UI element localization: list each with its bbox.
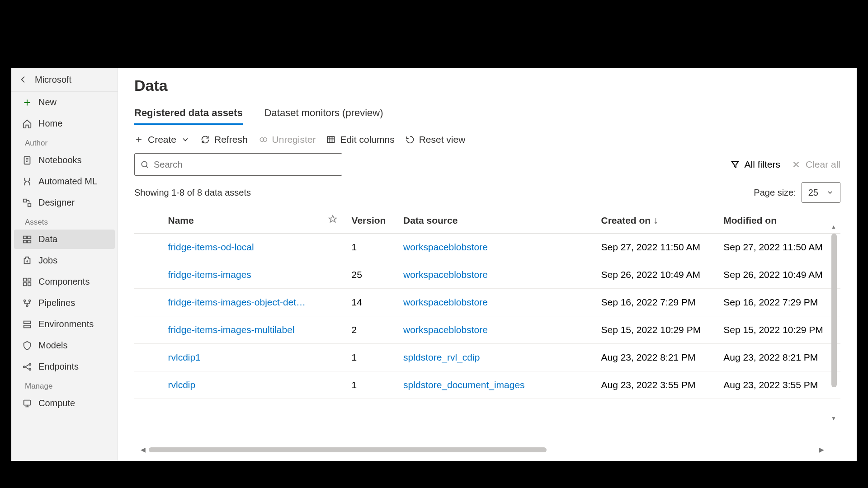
edit-columns-button[interactable]: Edit columns (326, 134, 394, 145)
sidebar-item-home[interactable]: Home (14, 114, 115, 133)
data-source-link[interactable]: spldstore_document_images (403, 380, 525, 390)
scroll-left-icon[interactable]: ◀ (141, 446, 146, 453)
row-checkbox[interactable] (134, 234, 162, 261)
button-label: Refresh (214, 134, 248, 145)
column-header-modified-on[interactable]: Modified on (718, 207, 840, 234)
sidebar-item-automated-ml[interactable]: Automated ML (14, 172, 115, 191)
row-modified-on: Aug 23, 2022 8:21 PM (718, 344, 840, 371)
tab-registered-data-assets[interactable]: Registered data assets (134, 103, 243, 125)
sidebar-item-jobs[interactable]: Jobs (14, 251, 115, 270)
asset-name-link[interactable]: fridge-items-images (168, 269, 251, 280)
row-checkbox[interactable] (134, 289, 162, 316)
table-row[interactable]: rvlcdip1spldstore_document_imagesAug 23,… (134, 371, 840, 399)
endpoints-icon (22, 362, 32, 372)
asset-name-link[interactable]: rvlcdip1 (168, 352, 200, 362)
all-filters-button[interactable]: All filters (730, 159, 780, 170)
vertical-scrollbar[interactable] (831, 234, 837, 387)
chevron-down-icon (826, 189, 834, 196)
sidebar-item-label: Components (38, 277, 90, 287)
button-label: Reset view (419, 134, 466, 145)
table-row[interactable]: fridge-items-images25workspaceblobstoreS… (134, 261, 840, 289)
row-favorite[interactable] (323, 289, 346, 316)
sidebar-item-label: Designer (38, 197, 75, 208)
svg-point-13 (26, 305, 28, 306)
column-header-favorite[interactable] (323, 207, 346, 234)
scroll-right-icon[interactable]: ▶ (819, 446, 824, 453)
column-header-name[interactable]: Name (162, 207, 322, 234)
table-row[interactable]: fridge-items-od-local1workspaceblobstore… (134, 234, 840, 261)
workspace-header[interactable]: Microsoft (11, 68, 118, 91)
sidebar-item-label: Environments (38, 319, 94, 329)
search-icon (140, 160, 149, 169)
row-favorite[interactable] (323, 371, 346, 399)
search-box[interactable] (134, 153, 342, 176)
table-row[interactable]: rvlcdip11spldstore_rvl_cdipAug 23, 2022 … (134, 344, 840, 371)
row-checkbox[interactable] (134, 371, 162, 399)
column-header-checkbox[interactable] (134, 207, 162, 234)
row-created-on: Aug 23, 2022 3:55 PM (595, 371, 718, 399)
sidebar-item-compute[interactable]: Compute (14, 394, 115, 413)
svg-rect-22 (328, 136, 335, 142)
sidebar-item-label: Compute (38, 398, 75, 408)
sidebar-item-data[interactable]: Data (14, 230, 115, 249)
sidebar-item-environments[interactable]: Environments (14, 314, 115, 334)
row-version: 1 (346, 344, 398, 371)
horizontal-scrollbar[interactable]: ◀ ▶ (141, 446, 824, 453)
row-favorite[interactable] (323, 344, 346, 371)
table-row[interactable]: fridge-items-images-multilabel2workspace… (134, 316, 840, 344)
create-button[interactable]: Create (134, 134, 190, 145)
data-source-link[interactable]: workspaceblobstore (403, 269, 488, 280)
svg-point-12 (29, 300, 31, 301)
row-created-on: Sep 16, 2022 7:29 PM (595, 289, 718, 316)
asset-name-link[interactable]: fridge-items-od-local (168, 242, 254, 252)
sidebar-item-label: Home (38, 118, 62, 129)
data-source-link[interactable]: spldstore_rvl_cdip (403, 352, 480, 362)
svg-rect-10 (28, 282, 31, 285)
refresh-button[interactable]: Refresh (201, 134, 248, 145)
back-icon (19, 75, 29, 84)
sidebar-item-pipelines[interactable]: Pipelines (14, 293, 115, 313)
data-source-link[interactable]: workspaceblobstore (403, 297, 488, 307)
row-favorite[interactable] (323, 316, 346, 344)
asset-name-link[interactable]: fridge-items-images-object-det… (168, 297, 306, 307)
row-checkbox[interactable] (134, 344, 162, 371)
sidebar-item-components[interactable]: Components (14, 272, 115, 291)
asset-name-link[interactable]: rvlcdip (168, 380, 195, 390)
tab-dataset-monitors[interactable]: Dataset monitors (preview) (264, 103, 383, 125)
unregister-icon (259, 135, 268, 144)
reset-icon (406, 135, 415, 144)
sidebar-item-designer[interactable]: Designer (14, 193, 115, 212)
jobs-icon (22, 256, 32, 266)
column-header-version[interactable]: Version (346, 207, 398, 234)
clear-all-button: Clear all (791, 159, 840, 170)
svg-rect-3 (24, 236, 27, 239)
data-icon (22, 235, 32, 244)
pipelines-icon (22, 298, 32, 308)
svg-rect-5 (24, 240, 27, 243)
row-favorite[interactable] (323, 261, 346, 289)
svg-point-11 (24, 300, 26, 301)
table-row[interactable]: fridge-items-images-object-det…14workspa… (134, 289, 840, 316)
scroll-down-icon[interactable]: ▼ (830, 415, 837, 422)
row-checkbox[interactable] (134, 316, 162, 344)
row-checkbox[interactable] (134, 261, 162, 289)
sidebar-item-endpoints[interactable]: Endpoints (14, 357, 115, 376)
horizontal-scroll-thumb[interactable] (149, 447, 547, 452)
svg-rect-6 (28, 240, 31, 243)
row-favorite[interactable] (323, 234, 346, 261)
data-source-link[interactable]: workspaceblobstore (403, 324, 488, 335)
page-size-select[interactable]: 25 (802, 182, 840, 203)
reset-view-button[interactable]: Reset view (406, 134, 466, 145)
search-input[interactable] (154, 160, 336, 170)
asset-name-link[interactable]: fridge-items-images-multilabel (168, 324, 294, 335)
row-created-on: Aug 23, 2022 8:21 PM (595, 344, 718, 371)
sidebar-item-models[interactable]: Models (14, 336, 115, 355)
column-header-created-on[interactable]: Created on↓ (595, 207, 718, 234)
sidebar-item-notebooks[interactable]: Notebooks (14, 150, 115, 170)
scroll-up-icon[interactable]: ▲ (830, 224, 837, 230)
svg-rect-14 (24, 321, 31, 324)
column-header-data-source[interactable]: Data source (398, 207, 595, 234)
data-source-link[interactable]: workspaceblobstore (403, 242, 488, 252)
svg-point-16 (24, 366, 25, 368)
sidebar-item-new[interactable]: New (14, 93, 115, 112)
